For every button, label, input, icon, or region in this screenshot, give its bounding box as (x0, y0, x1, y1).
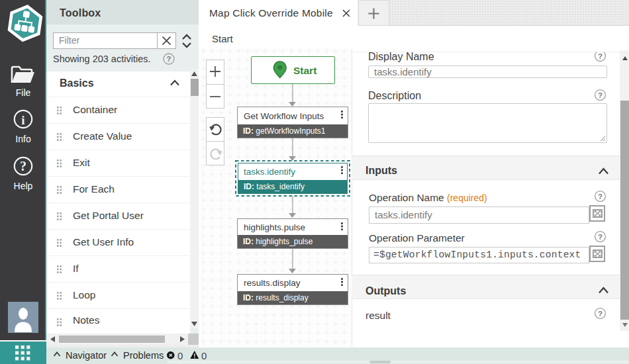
svg-text:?: ? (598, 193, 603, 201)
svg-text:?: ? (598, 310, 603, 318)
svg-text:i: i (21, 113, 24, 127)
svg-text:?: ? (598, 91, 603, 99)
svg-text:?: ? (598, 233, 603, 241)
svg-text:?: ? (20, 159, 26, 173)
svg-text:?: ? (598, 52, 603, 60)
svg-text:?: ? (166, 55, 171, 63)
